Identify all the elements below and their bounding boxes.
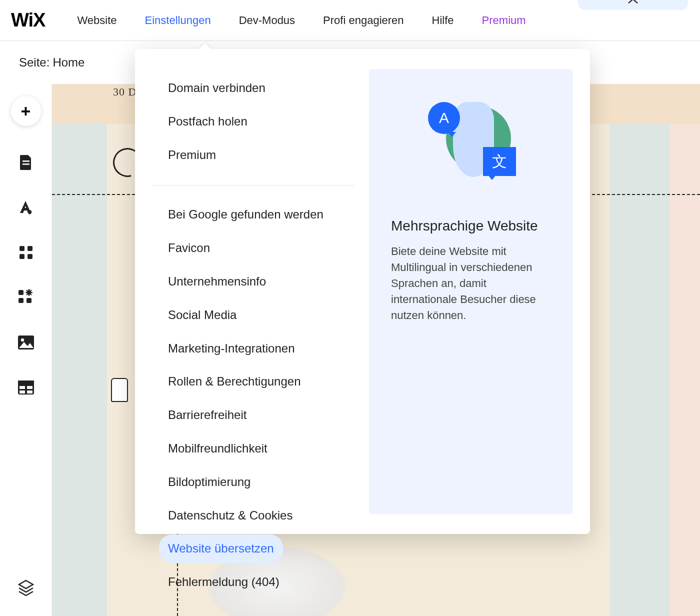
svg-point-11 bbox=[20, 338, 24, 342]
menu-social-media[interactable]: Social Media bbox=[159, 301, 246, 330]
page-row-label: Seite: bbox=[19, 56, 50, 70]
image-icon bbox=[18, 335, 34, 350]
svg-rect-0 bbox=[22, 160, 30, 162]
page-icon bbox=[18, 154, 34, 171]
chevron-up-icon bbox=[628, 0, 638, 6]
svg-rect-15 bbox=[27, 386, 32, 389]
media-tool[interactable] bbox=[18, 334, 34, 351]
settings-dropdown: Domain verbinden Postfach holen Premium … bbox=[135, 49, 590, 534]
info-card-title: Mehrsprachige Website bbox=[391, 217, 551, 234]
menu-datenschutz-cookies[interactable]: Datenschutz & Cookies bbox=[159, 502, 302, 530]
svg-rect-6 bbox=[18, 290, 24, 295]
menu-domain-verbinden[interactable]: Domain verbinden bbox=[159, 74, 274, 102]
svg-rect-17 bbox=[27, 390, 32, 394]
add-button[interactable]: + bbox=[11, 96, 41, 126]
menu-website-uebersetzen[interactable]: Website übersetzen bbox=[159, 534, 283, 563]
design-icon bbox=[18, 199, 34, 216]
svg-rect-13 bbox=[18, 380, 34, 384]
menu-bildoptimierung[interactable]: Bildoptimierung bbox=[159, 468, 260, 496]
svg-rect-4 bbox=[20, 254, 24, 259]
topnav-einstellungen[interactable]: Einstellungen bbox=[145, 14, 211, 27]
menu-premium[interactable]: Premium bbox=[159, 141, 225, 170]
topnav-website[interactable]: Website bbox=[77, 14, 116, 27]
svg-rect-3 bbox=[28, 246, 32, 251]
puzzle-gear-icon bbox=[18, 289, 34, 306]
settings-menu-list: Domain verbinden Postfach holen Premium … bbox=[135, 49, 369, 534]
svg-rect-14 bbox=[20, 386, 25, 389]
info-card: A 文 Mehrsprachige Website Biete deine We… bbox=[369, 69, 573, 514]
menu-fehlermeldung-404[interactable]: Fehlermeldung (404) bbox=[159, 568, 288, 596]
info-card-text: Biete deine Website mit Multilingual in … bbox=[391, 244, 551, 323]
top-bar: WiX Website Einstellungen Dev-Modus Prof… bbox=[0, 0, 700, 41]
top-nav: Website Einstellungen Dev-Modus Profi en… bbox=[77, 14, 526, 27]
svg-rect-16 bbox=[20, 390, 25, 394]
menu-mobilfreundlichkeit[interactable]: Mobilfreundlichkeit bbox=[159, 434, 276, 463]
multilingual-illustration: A 文 bbox=[426, 97, 516, 182]
apps-tool[interactable] bbox=[18, 244, 34, 261]
page-row-value: Home bbox=[52, 56, 84, 70]
layers-tool[interactable] bbox=[18, 579, 34, 596]
topnav-hilfe[interactable]: Hilfe bbox=[432, 14, 454, 27]
grid-icon bbox=[18, 245, 34, 260]
settings-info-panel: A 文 Mehrsprachige Website Biete deine We… bbox=[369, 49, 590, 534]
svg-rect-2 bbox=[20, 246, 24, 251]
app-market-tool[interactable] bbox=[18, 289, 34, 306]
menu-rollen-berechtigungen[interactable]: Rollen & Berechtigungen bbox=[159, 368, 310, 396]
canvas-left-col bbox=[52, 124, 107, 616]
topnav-premium[interactable]: Premium bbox=[482, 14, 526, 27]
wix-logo[interactable]: WiX bbox=[11, 10, 45, 31]
svg-rect-7 bbox=[18, 298, 24, 303]
menu-favicon[interactable]: Favicon bbox=[159, 234, 219, 262]
menu-marketing-integrationen[interactable]: Marketing-Integrationen bbox=[159, 334, 304, 363]
data-tool[interactable] bbox=[18, 379, 34, 396]
menu-unternehmensinfo[interactable]: Unternehmensinfo bbox=[159, 268, 275, 296]
svg-rect-8 bbox=[26, 298, 32, 303]
topnav-profi-engagieren[interactable]: Profi engagieren bbox=[323, 14, 404, 27]
letter-a-bubble-icon: A bbox=[428, 102, 460, 134]
table-icon bbox=[18, 380, 34, 395]
pages-tool[interactable] bbox=[18, 154, 34, 171]
svg-rect-5 bbox=[28, 254, 32, 259]
menu-google-gefunden[interactable]: Bei Google gefunden werden bbox=[159, 200, 332, 229]
svg-rect-1 bbox=[22, 164, 30, 165]
menu-barrierefreiheit[interactable]: Barrierefreiheit bbox=[159, 401, 256, 430]
layers-icon bbox=[18, 579, 34, 596]
design-tool[interactable] bbox=[18, 199, 34, 216]
left-toolbar: + bbox=[0, 84, 52, 616]
collapse-pill[interactable] bbox=[578, 0, 688, 10]
menu-postfach-holen[interactable]: Postfach holen bbox=[159, 108, 256, 136]
translate-bubble-icon: 文 bbox=[483, 147, 516, 176]
topnav-dev-modus[interactable]: Dev-Modus bbox=[239, 14, 295, 27]
canvas-pink-col bbox=[670, 124, 700, 616]
plus-icon: + bbox=[21, 102, 31, 121]
canvas-header-text: 30 D bbox=[113, 86, 136, 98]
